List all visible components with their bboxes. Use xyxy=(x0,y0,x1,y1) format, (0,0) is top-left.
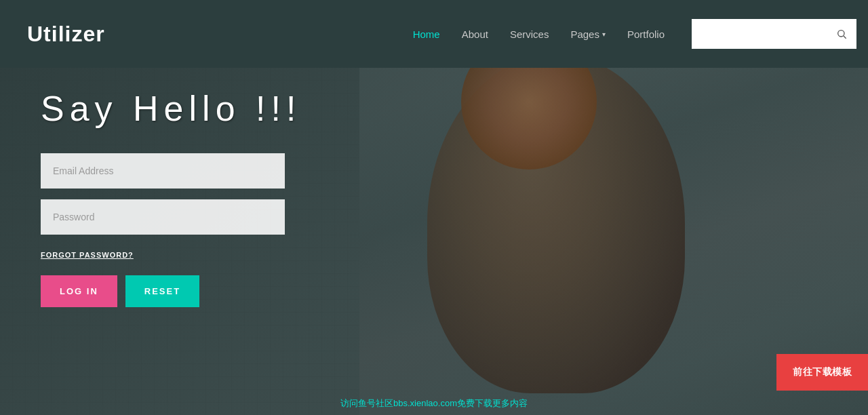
logo: Utilizer xyxy=(27,22,105,47)
search-button[interactable] xyxy=(827,19,856,49)
header: Utilizer Home About Services Pages ▾ Por… xyxy=(0,0,868,68)
download-template-button[interactable]: 前往下载模板 xyxy=(776,354,868,391)
search-input[interactable] xyxy=(692,19,827,49)
reset-button[interactable]: RESET xyxy=(125,275,199,307)
login-button[interactable]: LOG IN xyxy=(41,275,117,307)
forgot-password-link[interactable]: FORGOT PASSWORD? xyxy=(41,251,134,259)
nav-services[interactable]: Services xyxy=(510,28,549,40)
password-group xyxy=(41,199,301,235)
svg-line-1 xyxy=(844,36,846,39)
search-box xyxy=(692,19,841,49)
nav-portfolio[interactable]: Portfolio xyxy=(627,28,665,40)
search-icon xyxy=(836,28,847,39)
email-group xyxy=(41,153,301,189)
email-input[interactable] xyxy=(41,153,285,189)
action-buttons: LOG IN RESET xyxy=(41,275,301,307)
hero-content: Say Hello !!! FORGOT PASSWORD? LOG IN RE… xyxy=(41,88,301,321)
nav-home[interactable]: Home xyxy=(413,28,440,40)
watermark-text: 访问鱼号社区bbs.xienlao.com免费下载更多内容 xyxy=(340,397,528,410)
hero-title: Say Hello !!! xyxy=(41,88,301,129)
nav-pages[interactable]: Pages ▾ xyxy=(570,28,606,40)
nav-about[interactable]: About xyxy=(462,28,488,40)
chevron-down-icon: ▾ xyxy=(602,31,606,38)
svg-point-0 xyxy=(838,31,844,37)
main-nav: Home About Services Pages ▾ Portfolio xyxy=(413,28,665,40)
password-input[interactable] xyxy=(41,199,285,235)
